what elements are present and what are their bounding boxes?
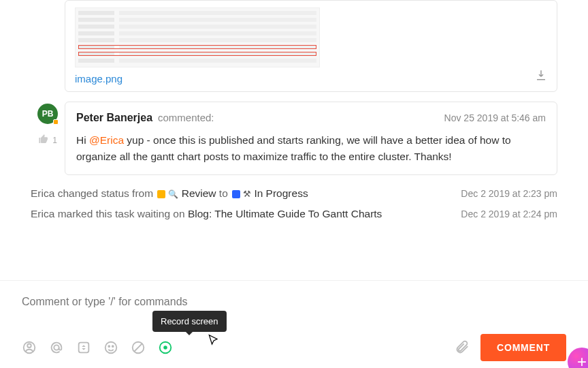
assignee-icon[interactable]	[22, 340, 37, 355]
activity-timestamp: Dec 2 2019 at 2:24 pm	[461, 209, 557, 219]
plus-icon: +	[577, 352, 587, 368]
svg-point-9	[163, 346, 167, 350]
hammer-icon: ⚒	[243, 189, 251, 199]
status-chip-to	[232, 190, 240, 198]
activity-actor[interactable]: Erica	[31, 187, 54, 199]
svg-point-4	[105, 342, 117, 354]
svg-rect-3	[79, 343, 89, 353]
activity-timestamp: Dec 2 2019 at 2:23 pm	[461, 188, 557, 199]
avatar-initials: PB	[42, 109, 54, 119]
attachment-card: image.png	[65, 0, 557, 92]
expand-icon[interactable]	[76, 340, 91, 355]
activity-mid: to	[216, 187, 231, 199]
mention-icon[interactable]	[49, 340, 64, 355]
presence-badge	[53, 119, 59, 125]
avatar[interactable]: PB	[37, 104, 58, 124]
svg-point-1	[27, 344, 31, 348]
activity-actor[interactable]: Erica	[31, 208, 54, 219]
activity-pre: marked this task waiting on	[54, 208, 188, 219]
activity-pre: changed status from	[54, 187, 156, 199]
emoji-icon[interactable]	[103, 340, 118, 355]
like-button[interactable]: 1	[38, 134, 57, 147]
comment-item: PB 1 Peter Banerjea commented: Nov 25 20…	[31, 102, 557, 175]
svg-point-6	[112, 346, 114, 347]
comment-card: Peter Banerjea commented: Nov 25 2019 at…	[65, 102, 557, 175]
comment-input[interactable]	[22, 292, 566, 322]
status-chip-from	[157, 190, 165, 198]
status-to-label: In Progress	[254, 187, 308, 199]
activity-waiting-on: Erica marked this task waiting on Blog: …	[31, 204, 557, 224]
comment-submit-button[interactable]: COMMENT	[480, 334, 566, 361]
like-count: 1	[52, 136, 57, 145]
mention[interactable]: @Erica	[89, 134, 124, 146]
tooltip-record-screen: Record screen	[152, 311, 227, 332]
magnifier-icon: 🔍	[168, 189, 178, 199]
attachment-preview[interactable]	[75, 7, 320, 67]
attach-icon[interactable]	[455, 339, 470, 356]
attachment-filename-link[interactable]: image.png	[75, 73, 122, 85]
waiting-task-link[interactable]: Blog: The Ultimate Guide To Gantt Charts	[188, 208, 382, 219]
comment-body-post: yup - once this is published and starts …	[76, 134, 511, 162]
cursor-icon	[207, 334, 220, 351]
comment-author[interactable]: Peter Banerjea	[76, 112, 152, 123]
comment-composer: Record screen COMMENT	[0, 280, 588, 368]
svg-point-5	[108, 346, 110, 347]
comment-body: Hi @Erica yup - once this is published a…	[76, 132, 546, 165]
thumbs-up-icon	[38, 134, 49, 147]
block-icon[interactable]	[131, 340, 146, 355]
activity-status-change: Erica changed status from 🔍 Review to ⚒ …	[31, 183, 557, 204]
comment-verb: commented:	[158, 112, 214, 123]
comment-body-pre: Hi	[76, 134, 89, 146]
comment-timestamp: Nov 25 2019 at 5:46 am	[444, 112, 546, 123]
status-from-label: Review	[182, 187, 216, 199]
record-screen-icon[interactable]	[158, 340, 173, 355]
download-icon[interactable]	[535, 69, 547, 83]
svg-point-2	[54, 345, 59, 350]
